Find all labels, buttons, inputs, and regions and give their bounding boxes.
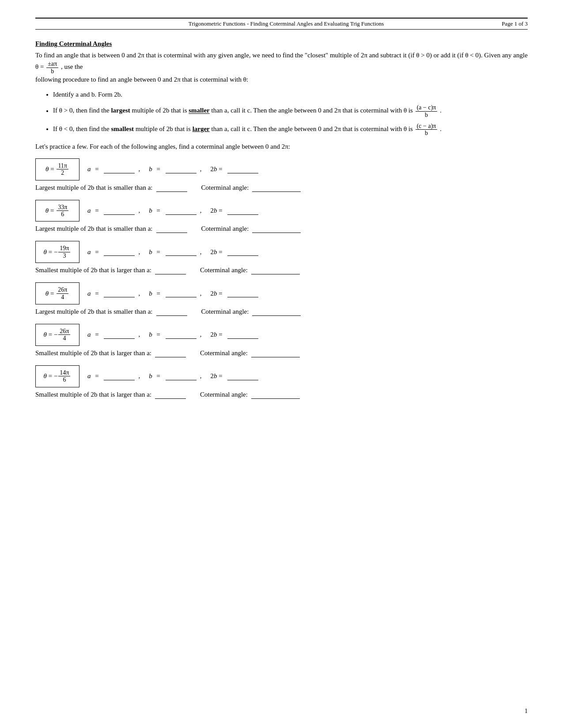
- b-blank-6[interactable]: [166, 372, 196, 380]
- 2b-blank-6[interactable]: [227, 372, 258, 380]
- problem-block-4: θ = 26π 4 a = , b = , 2b = Largest multi…: [35, 282, 528, 316]
- bullet-2-text1: If θ > 0, then find the: [53, 107, 111, 114]
- bullet-3-text1: If θ < 0, then find the: [53, 125, 111, 132]
- question-right-5: Coterminal angle:: [200, 349, 301, 357]
- b-blank-1[interactable]: [166, 165, 196, 173]
- b-blank-3[interactable]: [166, 248, 196, 256]
- equals-a-2: =: [94, 207, 101, 214]
- question-row-4: Largest multiple of 2b that is smaller t…: [35, 308, 528, 316]
- 2b-blank-5[interactable]: [227, 331, 258, 339]
- theta-box-5: θ = − 26π 4: [35, 324, 79, 346]
- page-header: Trigonometric Functions - Finding Coterm…: [35, 18, 528, 30]
- bullet-2-frac-numer: (a − c)π: [416, 104, 438, 111]
- problem-row-5: θ = − 26π 4 a = , b = , 2b =: [35, 324, 528, 346]
- equals-b-1: =: [155, 165, 162, 173]
- theta-numer-5: 26π: [58, 328, 70, 335]
- question-left-5: Smallest multiple of 2b that is larger t…: [35, 349, 187, 357]
- 2b-blank-3[interactable]: [227, 248, 258, 256]
- coterminal-blank-3[interactable]: [251, 266, 300, 274]
- a-label-6: a: [87, 372, 91, 380]
- fill-row-6: a = , b = , 2b =: [87, 372, 259, 380]
- b-blank-5[interactable]: [166, 331, 196, 339]
- question-left-1: Largest multiple of 2b that is smaller t…: [35, 184, 188, 192]
- question-right-4: Coterminal angle:: [201, 308, 302, 316]
- a-label-4: a: [87, 290, 91, 297]
- coterminal-blank-6[interactable]: [251, 391, 300, 399]
- question-row-6: Smallest multiple of 2b that is larger t…: [35, 391, 528, 399]
- coterminal-blank-2[interactable]: [252, 225, 301, 233]
- q-left-blank-1[interactable]: [156, 184, 187, 192]
- page: Trigonometric Functions - Finding Coterm…: [0, 0, 563, 728]
- problem-block-3: θ = − 19π 3 a = , b = , 2b = Smallest mu…: [35, 241, 528, 274]
- question-right-1: Coterminal angle:: [201, 184, 302, 192]
- theta-symbol-1: θ: [45, 165, 49, 173]
- theta-sign-3: −: [54, 248, 57, 256]
- q-left-text-5: Smallest multiple of 2b that is larger t…: [35, 349, 151, 357]
- problem-block-6: θ = − 14π 6 a = , b = , 2b = Smallest mu…: [35, 365, 528, 399]
- theta-denom-6: 6: [61, 376, 67, 383]
- equals-a-6: =: [94, 372, 101, 380]
- q-left-blank-5[interactable]: [155, 349, 186, 357]
- comma-1-6: ,: [138, 372, 140, 380]
- theta-numer-1: 11π: [57, 162, 68, 169]
- theta-equals-5: =: [47, 331, 54, 338]
- bullet-list: Identify a and b. Form 2b. If θ > 0, the…: [53, 89, 528, 137]
- a-blank-6[interactable]: [104, 372, 135, 380]
- theta-sign-5: −: [54, 331, 57, 338]
- q-right-text-4: Coterminal angle:: [201, 308, 249, 315]
- bullet-item-3: If θ < 0, then find the smallest multipl…: [53, 123, 528, 137]
- a-blank-3[interactable]: [104, 248, 135, 256]
- fill-row-3: a = , b = , 2b =: [87, 248, 259, 256]
- 2b-label-1: 2b =: [210, 165, 224, 173]
- theta-fraction-1: 11π 2: [57, 162, 68, 176]
- b-blank-4[interactable]: [166, 289, 196, 297]
- equals-a-1: =: [94, 165, 101, 173]
- a-label-1: a: [87, 165, 91, 173]
- coterminal-blank-4[interactable]: [252, 308, 301, 316]
- equals-a-5: =: [94, 331, 101, 338]
- a-blank-4[interactable]: [104, 289, 135, 297]
- bullet-2-bold2: smaller: [189, 107, 209, 114]
- coterminal-blank-1[interactable]: [252, 184, 301, 192]
- theta-symbol-6: θ: [44, 372, 47, 380]
- equals-a-4: =: [94, 290, 101, 297]
- comma-1-1: ,: [138, 165, 140, 173]
- a-blank-2[interactable]: [104, 207, 135, 215]
- question-right-6: Coterminal angle:: [200, 391, 301, 399]
- b-blank-2[interactable]: [166, 207, 196, 215]
- problem-block-2: θ = 33π 6 a = , b = , 2b = Largest multi…: [35, 200, 528, 233]
- problem-block-5: θ = − 26π 4 a = , b = , 2b = Smallest mu…: [35, 324, 528, 357]
- coterminal-blank-5[interactable]: [251, 349, 300, 357]
- problem-row-1: θ = 11π 2 a = , b = , 2b =: [35, 158, 528, 180]
- 2b-blank-1[interactable]: [227, 165, 258, 173]
- equals-b-2: =: [155, 207, 162, 214]
- q-left-blank-2[interactable]: [156, 225, 187, 233]
- question-left-6: Smallest multiple of 2b that is larger t…: [35, 391, 187, 399]
- a-blank-1[interactable]: [104, 165, 135, 173]
- q-right-text-3: Coterminal angle:: [200, 266, 248, 274]
- bullet-3-frac-denom: b: [423, 130, 429, 136]
- page-number: 1: [525, 708, 528, 715]
- q-right-text-2: Coterminal angle:: [201, 225, 249, 233]
- a-blank-5[interactable]: [104, 331, 135, 339]
- theta-fraction-2: 33π 6: [57, 204, 68, 218]
- theta-box-1: θ = 11π 2: [35, 158, 79, 180]
- equals-b-5: =: [155, 331, 162, 338]
- q-left-text-2: Largest multiple of 2b that is smaller t…: [35, 225, 153, 233]
- q-left-blank-4[interactable]: [156, 308, 187, 316]
- theta-box-3: θ = − 19π 3: [35, 241, 79, 263]
- theta-equals-1: =: [49, 165, 56, 173]
- question-row-5: Smallest multiple of 2b that is larger t…: [35, 349, 528, 357]
- 2b-blank-2[interactable]: [227, 207, 258, 215]
- comma-2-5: ,: [200, 331, 202, 338]
- 2b-label-6: 2b =: [210, 372, 224, 380]
- comma-1-2: ,: [138, 207, 140, 214]
- comma-2-1: ,: [200, 165, 202, 173]
- q-left-blank-6[interactable]: [155, 391, 186, 399]
- comma-1-5: ,: [138, 331, 140, 338]
- q-left-blank-3[interactable]: [155, 266, 186, 274]
- bullet-2-fraction: (a − c)π b: [416, 104, 438, 118]
- bullet-3-bold2: larger: [193, 125, 210, 132]
- problem-row-2: θ = 33π 6 a = , b = , 2b =: [35, 200, 528, 222]
- 2b-blank-4[interactable]: [227, 289, 258, 297]
